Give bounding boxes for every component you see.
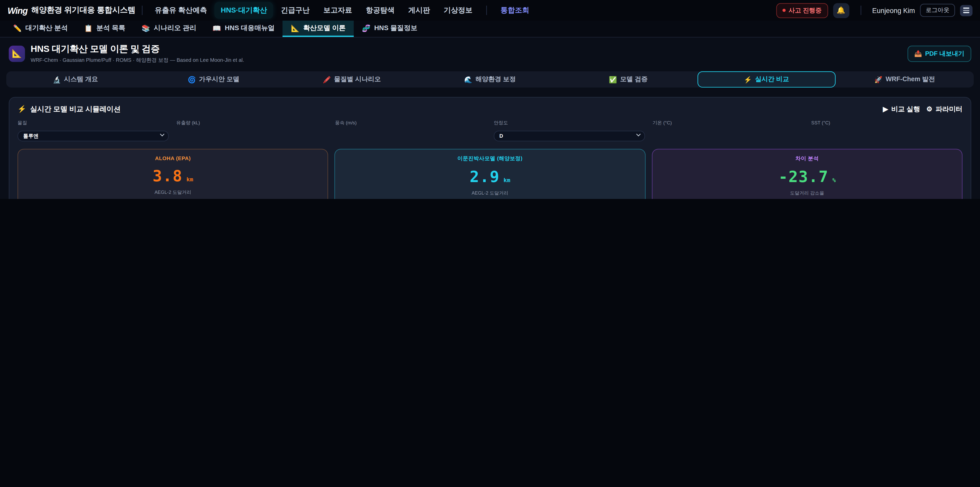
nav-item-reports[interactable]: 보고자료 — [317, 2, 359, 19]
field-label-air-temp: 기온 (°C) — [652, 120, 804, 126]
stability-select[interactable]: D — [494, 131, 645, 142]
nav-item-oil-spill-forecast[interactable]: 유출유 확산예측 — [148, 2, 213, 19]
page-title: HNS 대기확산 모델 이론 및 검증 — [30, 43, 244, 55]
field-air-temp: 기온 (°C) — [652, 120, 804, 141]
wind-speed-input[interactable] — [335, 131, 487, 142]
field-sst: SST (°C) — [811, 120, 963, 141]
incident-status-badge[interactable]: 사고 진행중 — [776, 3, 828, 18]
export-icon: 📤 — [914, 50, 922, 57]
result-cards: ALOHA (EPA) 3.8 km AEGL-2 도달거리 면적 12.3 k… — [18, 149, 963, 199]
tab-marine-correction[interactable]: 🌊 해양환경 보정 — [421, 71, 559, 88]
result-card-difference-analysis: 차이 분석 -23.7 % 도달거리 감소율 면적차 -31.7% 농도차 -2… — [652, 149, 963, 199]
divider — [142, 6, 142, 15]
open-book-icon: 📖 — [213, 24, 221, 32]
wave-icon: 🌊 — [464, 75, 473, 83]
card-title: ALOHA (EPA) — [25, 155, 321, 161]
nav-item-hns-atmospheric[interactable]: HNS·대기확산 — [215, 2, 274, 19]
field-label-sst: SST (°C) — [811, 120, 963, 126]
brand-logo: Wing — [7, 5, 27, 15]
subtab-hns-response-manual[interactable]: 📖 HNS 대응매뉴얼 — [204, 21, 283, 37]
field-substance: 물질 톨루엔 — [18, 120, 169, 141]
notifications-button[interactable]: 🔔 — [833, 3, 849, 18]
divider — [486, 6, 487, 15]
check-icon: ✅ — [609, 75, 617, 83]
topbar-right: 사고 진행중 🔔 Eunjeong Kim 로그아웃 — [776, 3, 973, 18]
hamburger-icon — [963, 8, 969, 9]
tab-wrf-chem[interactable]: 🚀 WRF-Chem 발전 — [835, 71, 974, 88]
microscope-icon: 🔬 — [53, 75, 61, 83]
triangle-ruler-icon: 📐 — [291, 24, 300, 32]
field-label-wind-speed: 풍속 (m/s) — [335, 120, 487, 126]
subtab-scenario-management[interactable]: 📚 시나리오 관리 — [134, 21, 204, 37]
panel-actions: ▶ 비교 실행 ⚙ 파라미터 — [883, 105, 963, 113]
user-name: Eunjeong Kim — [872, 6, 915, 14]
section-tab-bar: 🔬 시스템 개요 🌀 가우시안 모델 🖍️ 물질별 시나리오 🌊 해양환경 보정… — [6, 71, 974, 88]
page-header: 📐 HNS 대기확산 모델 이론 및 검증 WRF-Chem · Gaussia… — [0, 38, 980, 69]
pencil-icon: ✏️ — [13, 24, 22, 32]
card-subtitle: AEGL-2 도달거리 — [25, 190, 321, 196]
nav-item-integrated-search[interactable]: 통합조회 — [494, 2, 536, 19]
gear-icon: ⚙ — [926, 105, 932, 113]
rocket-icon: 🚀 — [874, 75, 883, 83]
panel-title: ⚡ 실시간 모델 비교 시뮬레이션 — [18, 104, 121, 114]
card-subtitle: 도달거리 감소율 — [659, 190, 955, 196]
field-label-spill-amount: 유출량 (kL) — [177, 120, 328, 126]
brand-title: 해양환경 위기대응 통합시스템 — [32, 5, 135, 16]
simulation-panel: ⚡ 실시간 모델 비교 시뮬레이션 ▶ 비교 실행 ⚙ 파라미터 물질 톨루엔 — [9, 97, 971, 199]
field-wind-speed: 풍속 (m/s) — [335, 120, 487, 141]
result-card-aloha: ALOHA (EPA) 3.8 km AEGL-2 도달거리 면적 12.3 k… — [18, 149, 328, 199]
pdf-export-button[interactable]: 📤 PDF 내보내기 — [907, 45, 971, 62]
card-title: 차이 분석 — [659, 155, 955, 162]
page-subtitle: WRF-Chem · Gaussian Plume/Puff · ROMS · … — [30, 57, 244, 64]
lightning-icon: ⚡ — [18, 105, 27, 113]
page-title-block: HNS 대기확산 모델 이론 및 검증 WRF-Chem · Gaussian … — [30, 43, 244, 64]
cyclone-icon: 🌀 — [188, 75, 196, 83]
substance-select[interactable]: 톨루엔 — [18, 131, 169, 142]
field-label-substance: 물질 — [18, 120, 169, 126]
nav-item-weather-info[interactable]: 기상정보 — [438, 2, 479, 19]
subtab-diffusion-model-theory[interactable]: 📐 확산모델 이론 — [283, 21, 354, 37]
sst-input[interactable] — [811, 130, 963, 141]
tab-gaussian-model[interactable]: 🌀 가우시안 모델 — [145, 71, 283, 88]
tab-model-validation[interactable]: ✅ 모델 검증 — [559, 71, 697, 88]
top-navbar: Wing 해양환경 위기대응 통합시스템 유출유 확산예측 HNS·대기확산 긴… — [0, 0, 980, 21]
status-dot-icon — [782, 9, 785, 12]
spill-amount-input[interactable] — [177, 131, 328, 142]
books-icon: 📚 — [142, 24, 150, 32]
air-temp-input[interactable] — [652, 131, 804, 142]
subtab-hns-substance-info[interactable]: 🧬 HNS 물질정보 — [354, 21, 425, 37]
result-card-leemoonjin-model: 이문진박사모델 (해양보정) 2.9 km AEGL-2 도달거리 면적 8.4… — [334, 149, 646, 199]
menu-button[interactable] — [960, 5, 973, 16]
nav-item-aerial-search[interactable]: 항공탐색 — [360, 2, 401, 19]
nav-item-emergency-rescue[interactable]: 긴급구난 — [275, 2, 316, 19]
lightning-icon: ⚡ — [744, 75, 752, 83]
dna-icon: 🧬 — [362, 24, 371, 32]
panel-header: ⚡ 실시간 모델 비교 시뮬레이션 ▶ 비교 실행 ⚙ 파라미터 — [18, 104, 963, 114]
brand[interactable]: Wing 해양환경 위기대응 통합시스템 — [7, 5, 135, 16]
card-main-value: 3.8 km — [25, 167, 321, 185]
incident-status-label: 사고 진행중 — [789, 6, 821, 14]
field-label-stability: 안정도 — [494, 120, 645, 126]
run-comparison-button[interactable]: ▶ 비교 실행 — [883, 105, 920, 113]
subtab-analysis-list[interactable]: 📋 분석 목록 — [76, 21, 134, 37]
triangle-ruler-icon: 📐 — [12, 49, 22, 58]
bell-icon: 🔔 — [837, 6, 845, 14]
clipboard-icon: 📋 — [84, 24, 93, 32]
page-icon: 📐 — [9, 45, 25, 62]
field-stability: 안정도 D — [494, 120, 645, 141]
subtab-atmospheric-analysis[interactable]: ✏️ 대기확산 분석 — [5, 21, 76, 37]
card-main-value: 2.9 km — [342, 168, 638, 186]
parameters-button[interactable]: ⚙ 파라미터 — [926, 105, 963, 113]
tab-realtime-comparison[interactable]: ⚡ 실시간 비교 — [697, 71, 835, 88]
divider — [860, 6, 861, 15]
tab-system-overview[interactable]: 🔬 시스템 개요 — [6, 71, 145, 88]
parameter-fields: 물질 톨루엔 유출량 (kL) 풍속 (m/s) 안정도 D — [18, 120, 963, 141]
sub-navbar: ✏️ 대기확산 분석 📋 분석 목록 📚 시나리오 관리 📖 HNS 대응매뉴얼… — [0, 21, 980, 38]
play-icon: ▶ — [883, 105, 888, 113]
card-title: 이문진박사모델 (해양보정) — [342, 155, 638, 162]
logout-button[interactable]: 로그아웃 — [920, 4, 955, 17]
nav-item-board[interactable]: 게시판 — [402, 2, 436, 19]
tab-substance-scenarios[interactable]: 🖍️ 물질별 시나리오 — [283, 71, 421, 88]
main-nav: 유출유 확산예측 HNS·대기확산 긴급구난 보고자료 항공탐색 게시판 기상정… — [148, 2, 536, 19]
crayon-icon: 🖍️ — [323, 75, 331, 83]
